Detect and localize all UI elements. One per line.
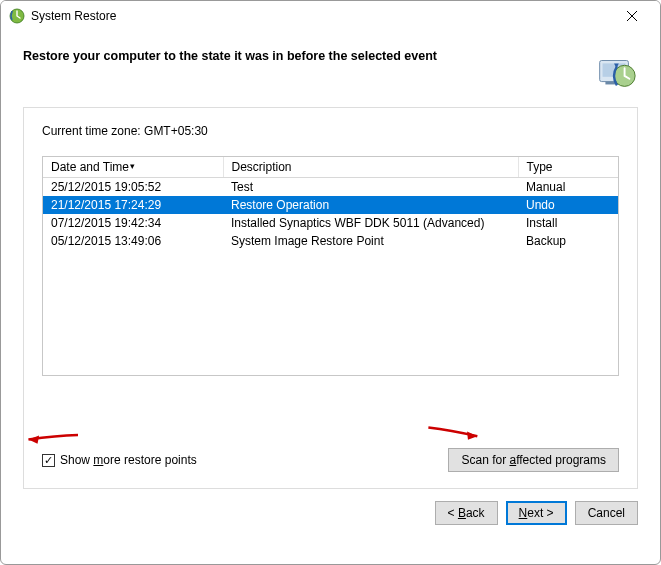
- content-panel: Current time zone: GMT+05:30 Date and Ti…: [23, 107, 638, 489]
- cell-type: Manual: [518, 178, 618, 197]
- title-bar: System Restore: [1, 1, 660, 31]
- cell-desc: Test: [223, 178, 518, 197]
- cancel-button[interactable]: Cancel: [575, 501, 638, 525]
- scan-affected-button[interactable]: Scan for affected programs: [448, 448, 619, 472]
- app-icon: [9, 8, 25, 24]
- restore-hero-icon: [592, 49, 638, 95]
- cell-desc: Installed Synaptics WBF DDK 5011 (Advanc…: [223, 214, 518, 232]
- col-header-type[interactable]: Type: [518, 157, 618, 178]
- back-button[interactable]: < Back: [435, 501, 498, 525]
- page-heading: Restore your computer to the state it wa…: [23, 49, 437, 63]
- table-row[interactable]: 25/12/2015 19:05:52TestManual: [43, 178, 618, 197]
- cell-type: Undo: [518, 196, 618, 214]
- cell-desc: System Image Restore Point: [223, 232, 518, 250]
- cell-date: 05/12/2015 13:49:06: [43, 232, 223, 250]
- cell-date: 25/12/2015 19:05:52: [43, 178, 223, 197]
- restore-points-table: Date and Time▾ Description Type 25/12/20…: [42, 156, 619, 376]
- close-icon: [626, 10, 638, 22]
- header: Restore your computer to the state it wa…: [1, 31, 660, 107]
- show-more-label: Show more restore points: [60, 453, 197, 467]
- cell-date: 07/12/2015 19:42:34: [43, 214, 223, 232]
- sort-desc-icon: ▾: [130, 161, 135, 171]
- col-header-date[interactable]: Date and Time▾: [43, 157, 223, 178]
- close-button[interactable]: [612, 4, 652, 28]
- col-header-description[interactable]: Description: [223, 157, 518, 178]
- table-row[interactable]: 21/12/2015 17:24:29Restore OperationUndo: [43, 196, 618, 214]
- table-row[interactable]: 07/12/2015 19:42:34Installed Synaptics W…: [43, 214, 618, 232]
- cell-type: Backup: [518, 232, 618, 250]
- cell-date: 21/12/2015 17:24:29: [43, 196, 223, 214]
- svg-marker-9: [28, 432, 40, 443]
- checkbox-icon: ✓: [42, 454, 55, 467]
- table-row[interactable]: 05/12/2015 13:49:06System Image Restore …: [43, 232, 618, 250]
- cell-type: Install: [518, 214, 618, 232]
- wizard-footer: < Back Next > Cancel: [1, 489, 660, 543]
- svg-marker-10: [465, 429, 477, 440]
- window-title: System Restore: [31, 9, 612, 23]
- timezone-label: Current time zone: GMT+05:30: [42, 124, 619, 138]
- cell-desc: Restore Operation: [223, 196, 518, 214]
- show-more-checkbox[interactable]: ✓ Show more restore points: [42, 453, 197, 467]
- next-button[interactable]: Next >: [506, 501, 567, 525]
